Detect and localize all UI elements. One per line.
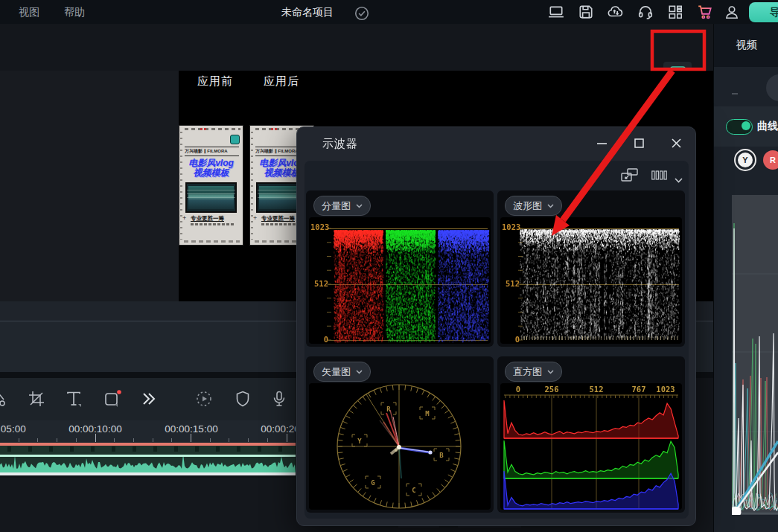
axis-label: 767 bbox=[627, 385, 651, 394]
thumb-slogan: 专业更胜一筹 bbox=[191, 215, 241, 222]
curves-editor[interactable] bbox=[732, 195, 778, 515]
audio-clip-waveform[interactable] bbox=[0, 457, 296, 472]
axis-label: 1023 bbox=[310, 222, 328, 231]
compare-view-icon[interactable] bbox=[621, 168, 638, 183]
partial-pill-button[interactable]: B bbox=[766, 74, 778, 101]
vectorscope-dropdown-label: 矢量图 bbox=[322, 365, 351, 379]
timeline-ruler[interactable]: 00:00:05:0000:00:10:0000:00:15:0000:00:2… bbox=[0, 420, 296, 443]
preview-left-gutter bbox=[0, 71, 179, 301]
account-icon[interactable] bbox=[724, 4, 740, 20]
minimize-button[interactable] bbox=[592, 133, 611, 153]
ruler-tick bbox=[191, 434, 191, 442]
curves-toggle[interactable] bbox=[726, 119, 753, 135]
thumbnail-before: 万兴喵影 ∥ FILMORA电影风vlog视频模板+专业更胜一筹 bbox=[179, 125, 243, 246]
menu-view[interactable]: 视图 bbox=[19, 6, 39, 19]
ruler-tick bbox=[210, 438, 211, 442]
chevron-down-icon bbox=[356, 204, 363, 208]
toggle-knob bbox=[742, 121, 750, 130]
laptop-icon[interactable] bbox=[548, 4, 564, 20]
split-tool-icon[interactable] bbox=[0, 390, 7, 408]
channel-y-button[interactable]: Y bbox=[734, 149, 756, 171]
preview-toolbar-strip bbox=[0, 24, 713, 71]
store-cart-icon[interactable] bbox=[697, 4, 713, 20]
parade-type-dropdown[interactable]: 分量图 bbox=[313, 196, 371, 216]
shapes-tool-icon[interactable] bbox=[103, 390, 121, 408]
channel-y-label: Y bbox=[738, 153, 753, 167]
ruler-tick bbox=[171, 438, 172, 442]
histogram-display: 0 256 512 767 1023 bbox=[500, 383, 682, 510]
timeline-timestamp: 00:00:15:00 bbox=[154, 423, 229, 435]
parade-dropdown-label: 分量图 bbox=[322, 199, 351, 213]
chevron-down-icon[interactable] bbox=[675, 173, 683, 188]
channel-r-label: R bbox=[770, 156, 776, 164]
marker-shield-icon[interactable] bbox=[234, 390, 252, 408]
vectorscope-panel: 矢量图 RMYBGC bbox=[306, 356, 494, 513]
axis-label: 512 bbox=[502, 279, 520, 288]
headset-icon[interactable] bbox=[637, 4, 654, 20]
tab-video[interactable]: 视频 bbox=[714, 39, 778, 52]
chevron-down-icon bbox=[356, 370, 363, 374]
layout-columns-icon[interactable] bbox=[651, 170, 667, 185]
menu-help[interactable]: 帮助 bbox=[64, 6, 85, 19]
ruler-tick bbox=[267, 438, 268, 442]
close-button[interactable] bbox=[666, 133, 686, 153]
thumb-brand: 万兴喵影 ∥ FILMORA bbox=[185, 147, 239, 156]
export-button[interactable]: 导出 bbox=[749, 2, 778, 22]
collapsed-label-dash bbox=[732, 93, 738, 94]
after-label: 应用后 bbox=[264, 74, 299, 89]
svg-text:Y: Y bbox=[357, 438, 362, 445]
window-title: 示波器 bbox=[322, 137, 358, 151]
ruler-tick bbox=[19, 438, 19, 442]
render-preview-icon[interactable] bbox=[195, 390, 213, 408]
before-label: 应用前 bbox=[197, 74, 233, 89]
crop-tool-icon[interactable] bbox=[28, 390, 45, 408]
export-label: 导出 bbox=[770, 6, 778, 18]
waveform-panel: 波形图 1023 512 0 bbox=[497, 190, 685, 347]
text-tool-icon[interactable] bbox=[65, 390, 83, 408]
maximize-button[interactable] bbox=[629, 133, 648, 153]
thumb-edge-marks bbox=[251, 132, 253, 240]
thumb-photo bbox=[185, 182, 237, 213]
thumb-red-dot bbox=[200, 128, 203, 130]
waveform-type-dropdown[interactable]: 波形图 bbox=[505, 196, 562, 216]
apps-grid-icon[interactable] bbox=[667, 4, 683, 20]
clip-notch-row bbox=[0, 446, 296, 455]
ruler-tick bbox=[57, 438, 57, 442]
channel-r-button[interactable]: R bbox=[763, 150, 778, 170]
filmora-badge-icon bbox=[230, 135, 240, 144]
ruler-tick bbox=[229, 438, 229, 442]
thumb-bottom-marks bbox=[184, 240, 240, 243]
cloud-sync-icon[interactable] bbox=[608, 4, 624, 20]
svg-text:G: G bbox=[371, 479, 374, 487]
chevron-down-icon bbox=[547, 370, 554, 374]
more-tools-icon[interactable] bbox=[139, 390, 157, 408]
divider bbox=[0, 475, 296, 478]
timeline-timestamp: 00:00:05:00 bbox=[0, 423, 36, 435]
thumb-top-marks bbox=[185, 128, 240, 130]
ruler-tick bbox=[114, 438, 115, 442]
scopes-content: 分量图 1023 512 0 波形图 1023 512 0 bbox=[304, 161, 689, 519]
panel-tabbar: 视频 bbox=[714, 24, 778, 67]
scopes-window[interactable]: 示波器 分量图 1023 512 0 bbox=[296, 126, 696, 526]
menu-bar: 视图 帮助 未命名项目 导出 bbox=[0, 0, 778, 24]
voiceover-mic-icon[interactable] bbox=[270, 390, 288, 408]
thumb-subline bbox=[191, 223, 234, 225]
timeline-timestamp: 00:00:20:00 bbox=[250, 423, 296, 435]
histogram-type-dropdown[interactable]: 直方图 bbox=[505, 362, 562, 382]
vectorscope-type-dropdown[interactable]: 矢量图 bbox=[313, 362, 371, 382]
axis-label: 512 bbox=[584, 385, 608, 394]
axis-label: 0 bbox=[310, 335, 328, 344]
ruler-tick bbox=[248, 438, 249, 442]
parade-display: 1023 512 0 bbox=[309, 217, 491, 344]
save-icon[interactable] bbox=[578, 4, 594, 20]
svg-text:C: C bbox=[412, 487, 415, 494]
curves-row: 曲线 bbox=[714, 106, 778, 147]
axis-label: 1023 bbox=[654, 385, 677, 394]
waveform-dropdown-label: 波形图 bbox=[513, 199, 542, 213]
histogram-dropdown-label: 直方图 bbox=[513, 365, 542, 379]
ruler-tick bbox=[37, 438, 38, 442]
thumb-plus-mark: + bbox=[182, 214, 186, 222]
thumb-plus-mark: + bbox=[253, 214, 257, 222]
histogram-panel: 直方图 0 256 512 767 1023 bbox=[497, 356, 685, 513]
chevron-down-icon bbox=[547, 204, 554, 208]
